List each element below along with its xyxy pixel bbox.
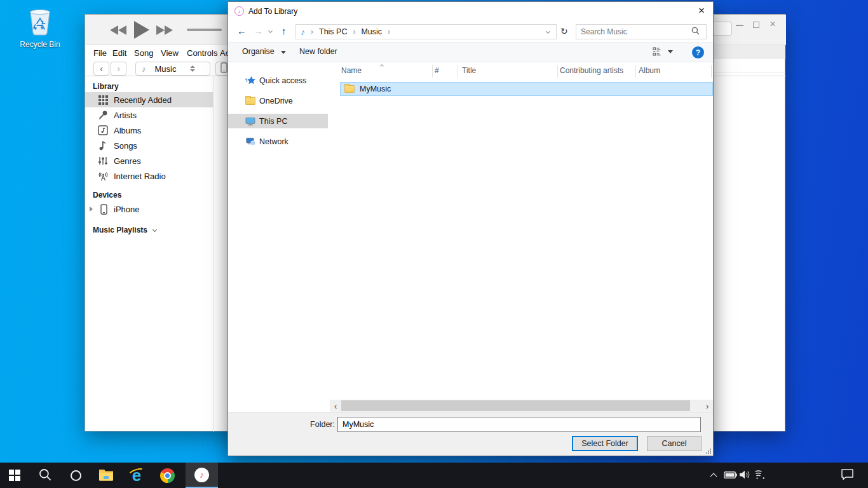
column-number[interactable]: # [435,66,439,75]
view-options-button[interactable] [653,47,663,58]
picker-value: Music [155,64,177,74]
itunes-icon: ♪ [194,468,209,482]
breadcrumb-separator-icon: › [388,27,390,36]
new-folder-button[interactable]: New folder [299,47,337,56]
folder-icon [344,85,355,93]
cortana-button[interactable] [61,463,90,488]
itunes-maximize-button[interactable] [753,22,759,28]
taskbar-search-button[interactable] [31,463,60,488]
cancel-button[interactable]: Cancel [647,436,702,451]
picker-note-icon: ♪ [142,64,146,74]
select-folder-button[interactable]: Select Folder [572,436,638,451]
expander-icon[interactable] [90,207,93,212]
menu-controls[interactable]: Controls [187,48,217,58]
network-icon [245,137,255,146]
itunes-right-band [713,45,785,59]
sidebar-item-genres[interactable]: Genres [85,153,213,168]
address-dropdown-chevron-icon[interactable] [546,29,550,34]
chevron-down-icon [153,227,157,232]
column-contributing-artists[interactable]: Contributing artists [560,66,623,75]
wifi-indicator[interactable] [752,463,769,488]
picker-carets-icon [190,65,195,72]
nav-forward-button[interactable]: → [254,25,263,36]
sidebar-item-songs[interactable]: Songs [85,138,213,153]
cortana-circle-icon [71,470,81,481]
dialog-footer: Folder: Select Folder Cancel [228,412,713,456]
search-input[interactable] [581,27,690,36]
music-playlists-header[interactable]: Music Playlists [93,226,156,234]
itunes-minimize-button[interactable] [736,25,743,26]
battery-indicator[interactable] [722,463,738,488]
sidebar-item-internet-radio[interactable]: Internet Radio [85,168,213,184]
refresh-button[interactable]: ↻ [560,26,568,36]
nav-up-button[interactable]: ↑ [281,25,287,36]
column-title[interactable]: Title [462,66,476,75]
play-button[interactable] [133,21,149,41]
chrome-icon [160,468,175,483]
nav-network[interactable]: Network [228,134,328,149]
sidebar-item-albums[interactable]: Albums [85,123,213,138]
itunes-taskbar-button[interactable]: ♪ [186,463,218,488]
menu-song[interactable]: Song [134,48,153,58]
breadcrumb-this-pc[interactable]: This PC [319,27,347,36]
desktop: Recycle Bin × File Edit Song View Contro… [0,0,868,488]
media-picker[interactable]: ♪ Music [135,62,210,76]
view-caret-icon[interactable] [668,50,673,53]
itunes-sidebar-divider [213,76,214,432]
menu-edit[interactable]: Edit [112,48,126,58]
search-box[interactable] [576,24,707,39]
nav-quick-access[interactable]: Quick access [228,73,328,88]
file-name: MyMusic [360,85,391,93]
volume-slider[interactable] [187,29,222,31]
tray-show-hidden-button[interactable] [704,463,723,488]
sort-ascending-icon [380,64,384,68]
recycle-bin-label: Recycle Bin [19,40,61,49]
menu-file[interactable]: File [93,48,107,58]
genres-icon [97,156,109,166]
itunes-close-button[interactable]: × [770,18,776,30]
taskbar: e ♪ [0,463,868,488]
column-album[interactable]: Album [639,66,660,75]
search-icon [39,468,51,483]
rewind-button[interactable] [110,25,127,37]
nav-onedrive[interactable]: OneDrive [228,93,328,108]
recent-locations-chevron-icon[interactable] [268,29,273,33]
file-row-mymusic[interactable]: MyMusic [340,82,713,96]
sidebar-item-iphone[interactable]: iPhone [85,201,213,217]
grid-icon [97,95,109,105]
folder-label: Folder: [304,420,335,429]
breadcrumb-music[interactable]: Music [361,27,382,36]
chrome-button[interactable] [153,463,182,488]
volume-indicator[interactable] [737,463,754,488]
itunes-back-button[interactable]: ‹ [93,62,109,76]
file-explorer-button[interactable] [92,463,121,488]
itunes-forward-button[interactable]: › [111,62,126,76]
resize-grip-icon[interactable] [705,448,711,454]
speaker-icon [740,470,751,481]
menu-view[interactable]: View [161,48,179,58]
column-name[interactable]: Name [341,66,362,75]
nav-this-pc[interactable]: This PC [228,114,328,128]
sidebar-item-artists[interactable]: Artists [85,107,213,123]
scroll-left-arrow[interactable]: ‹ [330,400,341,412]
internet-explorer-button[interactable]: e [122,463,151,488]
start-button[interactable] [0,463,29,488]
breadcrumb-separator-icon: › [311,27,313,36]
itunes-app-icon: ♪ [234,6,244,16]
music-note-icon [97,140,109,151]
dialog-title: Add To Library [248,7,297,16]
address-bar[interactable]: ♪ › This PC › Music › [295,24,557,39]
horizontal-scrollbar[interactable]: ‹ › [330,400,713,412]
recycle-bin[interactable]: Recycle Bin [19,5,61,49]
sidebar-item-recently-added[interactable]: Recently Added [85,92,213,107]
scroll-right-arrow[interactable]: › [702,400,713,412]
nav-back-button[interactable]: ← [237,25,247,36]
help-button[interactable]: ? [692,46,704,58]
fast-forward-button[interactable] [156,25,173,37]
organise-button[interactable]: Organise [242,47,286,56]
folder-name-input[interactable] [337,417,701,432]
iphone-icon [99,204,108,215]
action-center-button[interactable] [837,463,857,488]
dialog-close-button[interactable]: × [698,4,705,17]
scrollbar-thumb[interactable] [341,400,690,411]
